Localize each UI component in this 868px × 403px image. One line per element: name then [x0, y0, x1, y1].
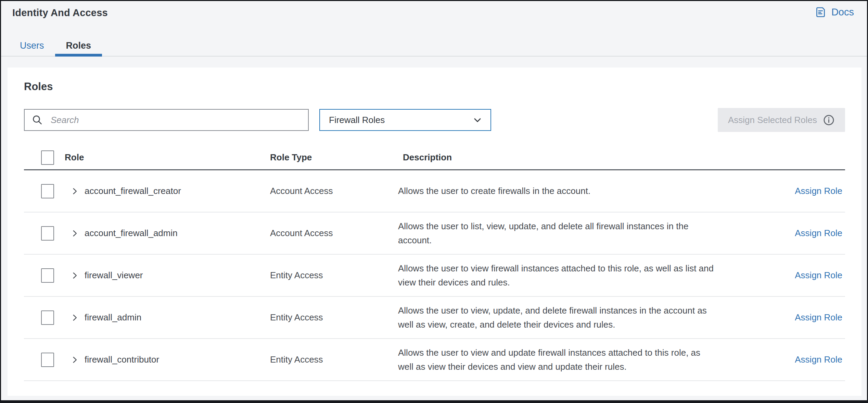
column-header-description: Description: [395, 152, 742, 163]
column-header-role: Role: [63, 152, 269, 163]
assign-selected-roles-label: Assign Selected Roles: [728, 115, 817, 125]
role-type: Entity Access: [269, 354, 395, 365]
role-name: firewall_contributor: [85, 354, 159, 365]
assign-role-link[interactable]: Assign Role: [795, 270, 842, 280]
table-row: account_firewall_admin Account Access Al…: [24, 212, 845, 255]
docs-icon: [814, 6, 827, 19]
role-name: account_firewall_creator: [85, 186, 181, 196]
row-checkbox[interactable]: [41, 268, 54, 283]
role-name: firewall_viewer: [85, 270, 143, 281]
assign-selected-roles-button[interactable]: Assign Selected Roles: [718, 108, 845, 132]
roles-table-header: Role Role Type Description: [24, 146, 845, 170]
panel-heading: Roles: [24, 81, 845, 93]
role-description: Allows the user to view, update, and del…: [395, 304, 717, 331]
column-header-role-type: Role Type: [269, 152, 395, 163]
table-controls: Firewall Roles Assign Selected Roles: [24, 109, 845, 131]
search-icon: [31, 114, 43, 126]
role-description: Allows the user to view and update firew…: [395, 346, 717, 374]
assign-role-link[interactable]: Assign Role: [795, 228, 842, 238]
table-row: firewall_admin Entity Access Allows the …: [24, 297, 845, 339]
role-description: Allows the user to list, view, update, a…: [395, 219, 717, 247]
chevron-down-icon: [472, 114, 483, 125]
role-type-filter[interactable]: Firewall Roles: [319, 109, 491, 131]
select-all-checkbox[interactable]: [41, 150, 54, 165]
assign-role-link[interactable]: Assign Role: [795, 186, 842, 196]
row-checkbox[interactable]: [41, 226, 54, 241]
row-checkbox[interactable]: [41, 184, 54, 198]
expand-chevron-right-icon[interactable]: [70, 229, 79, 238]
search-box: [24, 109, 309, 131]
roles-table: Role Role Type Description account_firew…: [24, 146, 845, 381]
role-type: Account Access: [269, 186, 395, 196]
page-header: Identity And Access Docs: [1, 1, 867, 26]
expand-chevron-right-icon[interactable]: [70, 187, 79, 196]
roles-table-body: account_firewall_creator Account Access …: [24, 170, 845, 381]
role-name: firewall_admin: [85, 312, 141, 323]
table-row: firewall_contributor Entity Access Allow…: [24, 339, 845, 381]
row-checkbox[interactable]: [41, 310, 54, 325]
page-title: Identity And Access: [12, 7, 853, 19]
docs-link[interactable]: Docs: [814, 6, 854, 19]
role-type-filter-value: Firewall Roles: [329, 115, 385, 125]
expand-chevron-right-icon[interactable]: [70, 271, 79, 280]
expand-chevron-right-icon[interactable]: [70, 313, 79, 322]
tab-roles[interactable]: Roles: [55, 35, 102, 56]
role-type: Entity Access: [269, 270, 395, 281]
role-type: Entity Access: [269, 312, 395, 323]
role-type: Account Access: [269, 228, 395, 239]
info-icon: [823, 114, 835, 126]
role-name: account_firewall_admin: [85, 228, 178, 239]
expand-chevron-right-icon[interactable]: [70, 355, 79, 364]
identity-and-access-page: Identity And Access Docs Users Roles Rol…: [0, 0, 868, 403]
tab-bar: Users Roles: [1, 35, 867, 57]
role-description: Allows the user to view firewall instanc…: [395, 261, 717, 289]
assign-role-link[interactable]: Assign Role: [795, 354, 842, 365]
role-description: Allows the user to create firewalls in t…: [395, 184, 717, 198]
roles-panel: Roles Firewall Roles: [8, 68, 861, 396]
docs-label: Docs: [831, 7, 854, 18]
tab-users[interactable]: Users: [9, 35, 55, 56]
assign-role-link[interactable]: Assign Role: [795, 312, 842, 322]
search-input[interactable]: [51, 110, 308, 130]
table-row: firewall_viewer Entity Access Allows the…: [24, 255, 845, 297]
row-checkbox[interactable]: [41, 353, 54, 367]
table-row: account_firewall_creator Account Access …: [24, 170, 845, 212]
